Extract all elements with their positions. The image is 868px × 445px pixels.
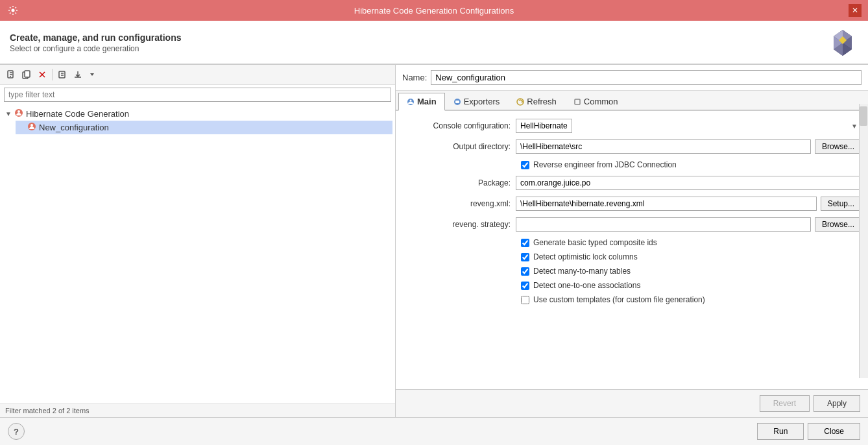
tree-child-node[interactable]: New_configuration	[16, 121, 392, 134]
import-dropdown-button[interactable]	[71, 67, 85, 82]
package-row: Package:	[402, 176, 862, 190]
scrollbar[interactable]	[859, 104, 868, 378]
tab-exporters[interactable]: Exporters	[445, 93, 509, 110]
tree-toggle-icon: ▼	[5, 110, 14, 117]
svg-rect-14	[59, 71, 65, 78]
console-config-select[interactable]: HellHibernate	[516, 119, 572, 133]
toolbar	[0, 65, 395, 85]
reveng-strategy-row: reveng. strategy: Browse...	[402, 217, 862, 232]
detect-one-to-one-label: Detect one-to-one associations	[533, 281, 640, 290]
svg-point-17	[18, 110, 20, 113]
left-panel: ▼ Hibernate Code Generation	[0, 65, 396, 417]
tab-common[interactable]: Common	[565, 93, 627, 110]
reveng-xml-input[interactable]	[516, 197, 817, 211]
reverse-engineer-label: Reverse engineer from JDBC Connection	[533, 160, 677, 169]
svg-rect-23	[455, 101, 459, 103]
help-button[interactable]: ?	[8, 423, 25, 440]
tabs-row: Main Exporters Refresh	[396, 91, 868, 111]
tree-children: New_configuration	[16, 121, 392, 134]
detect-optimistic-lock-label: Detect optimistic lock columns	[533, 252, 638, 261]
tab-refresh[interactable]: Refresh	[508, 93, 565, 110]
checkbox-many-to-many: Detect many-to-many tables	[521, 267, 862, 276]
svg-rect-11	[25, 71, 30, 77]
header-section: Create, manage, and run configurations S…	[0, 21, 868, 64]
window-title: Hibernate Code Generation Configurations	[19, 6, 849, 16]
browse-output-dir-button[interactable]: Browse...	[815, 139, 862, 154]
tab-common-label: Common	[584, 97, 618, 106]
tree-root-label: Hibernate Code Generation	[26, 109, 129, 119]
name-row: Name:	[396, 65, 868, 91]
generate-composite-ids-checkbox[interactable]	[521, 239, 529, 247]
right-panel: Name: Main Ex	[396, 65, 868, 417]
header-subtitle: Select or configure a code generation	[10, 44, 182, 53]
title-bar: Hibernate Code Generation Configurations…	[0, 0, 868, 21]
package-label: Package:	[402, 178, 516, 187]
duplicate-button[interactable]	[19, 67, 34, 82]
detect-many-to-many-label: Detect many-to-many tables	[533, 267, 631, 276]
detect-optimistic-lock-checkbox[interactable]	[521, 253, 529, 261]
revert-button[interactable]: Revert	[760, 395, 810, 412]
delete-button[interactable]	[35, 67, 49, 82]
tab-exporters-label: Exporters	[464, 97, 500, 106]
svg-rect-26	[575, 99, 580, 104]
tree-child-label: New_configuration	[39, 123, 109, 132]
detect-many-to-many-checkbox[interactable]	[521, 267, 529, 276]
checkbox-one-to-one: Detect one-to-one associations	[521, 281, 862, 290]
header-title: Create, manage, and run configurations	[10, 32, 182, 43]
reveng-xml-label: reveng.xml:	[402, 199, 516, 208]
reveng-strategy-input[interactable]	[516, 217, 811, 232]
tab-refresh-label: Refresh	[527, 97, 557, 106]
tree-root-node[interactable]: ▼ Hibernate Code Generation	[3, 107, 392, 121]
svg-point-19	[30, 124, 33, 126]
name-input[interactable]	[431, 70, 862, 85]
run-button[interactable]: Run	[757, 423, 804, 440]
more-dropdown-button[interactable]	[86, 67, 98, 82]
close-button[interactable]: Close	[808, 423, 860, 440]
refresh-tab-icon	[516, 98, 524, 106]
console-config-row: Console configuration: HellHibernate	[402, 119, 862, 133]
use-custom-templates-checkbox[interactable]	[521, 296, 529, 304]
output-dir-label: Output directory:	[402, 142, 516, 151]
new-config-button[interactable]	[4, 67, 18, 82]
apply-button[interactable]: Apply	[814, 395, 860, 412]
tree-root-icon	[14, 108, 23, 119]
close-window-button[interactable]: ✕	[849, 4, 862, 17]
footer-row: ? Run Close	[0, 417, 868, 445]
filter-status: Filter matched 2 of 2 items	[0, 403, 395, 417]
svg-point-21	[410, 99, 412, 101]
detect-one-to-one-checkbox[interactable]	[521, 282, 529, 290]
package-input[interactable]	[516, 176, 862, 190]
reverse-engineer-checkbox[interactable]	[521, 161, 529, 169]
toolbar-separator	[52, 69, 53, 80]
svg-point-0	[12, 9, 15, 12]
use-custom-templates-label: Use custom templates (for custom file ge…	[533, 295, 705, 304]
main-tab-icon	[407, 98, 415, 106]
svg-marker-15	[90, 73, 94, 76]
form-area: Console configuration: HellHibernate Out…	[396, 111, 868, 389]
footer-buttons: Run Close	[757, 423, 860, 440]
output-dir-row: Output directory: Browse...	[402, 139, 862, 154]
settings-icon	[6, 4, 19, 17]
body-area: ▼ Hibernate Code Generation	[0, 64, 868, 417]
export-button[interactable]	[55, 67, 69, 82]
tab-main-label: Main	[417, 97, 437, 106]
checkbox-custom-templates: Use custom templates (for custom file ge…	[521, 295, 862, 304]
checkbox-optimistic-lock: Detect optimistic lock columns	[521, 252, 862, 261]
tab-main[interactable]: Main	[398, 93, 445, 111]
output-dir-input[interactable]	[516, 139, 811, 154]
main-content: Create, manage, and run configurations S…	[0, 21, 868, 445]
console-config-wrapper: HellHibernate	[516, 119, 862, 133]
exporters-tab-icon	[453, 98, 461, 106]
app-logo	[827, 27, 858, 58]
setup-button[interactable]: Setup...	[821, 197, 862, 211]
filter-input[interactable]	[4, 88, 391, 102]
generate-composite-ids-label: Generate basic typed composite ids	[533, 238, 657, 247]
reverse-engineer-row: Reverse engineer from JDBC Connection	[521, 160, 862, 169]
tree-area: ▼ Hibernate Code Generation	[0, 104, 395, 403]
tree-child-icon	[27, 122, 36, 133]
common-tab-icon	[573, 98, 581, 106]
tree-child-toggle	[18, 124, 27, 131]
scrollbar-thumb[interactable]	[860, 106, 867, 126]
browse-reveng-strategy-button[interactable]: Browse...	[815, 217, 862, 232]
console-config-label: Console configuration:	[402, 121, 516, 130]
